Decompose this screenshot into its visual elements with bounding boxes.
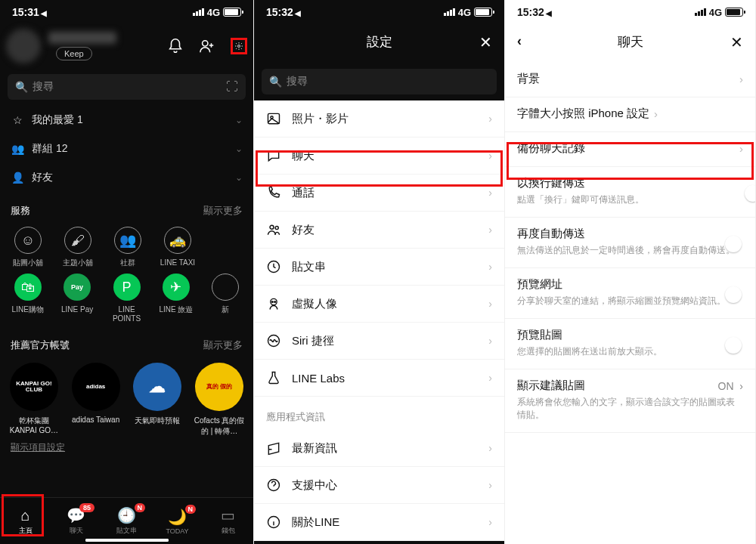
- accounts-header: 推薦官方帳號: [11, 338, 70, 352]
- svg-point-9: [274, 301, 276, 303]
- lab-icon: [266, 370, 281, 385]
- app-info-section: 應用程式資訊: [254, 397, 504, 430]
- status-bar: 15:32◀ 4G: [254, 0, 504, 21]
- list-item[interactable]: 👤好友⌄: [0, 163, 253, 192]
- svg-point-5: [275, 226, 278, 229]
- service-item[interactable]: 新: [203, 274, 249, 323]
- svg-point-8: [272, 301, 274, 303]
- tab-聊天[interactable]: 💬85聊天: [51, 498, 101, 544]
- settings-row-好友[interactable]: 好友›: [254, 212, 504, 249]
- search-icon: 🔍: [269, 76, 282, 88]
- scan-icon[interactable]: ⛶: [226, 80, 238, 94]
- screen-home: 15:31◀ 4G Keep: [0, 0, 254, 544]
- show-more-services[interactable]: 顯示更多: [203, 204, 243, 218]
- chat-setting-再度自動傳送[interactable]: 再度自動傳送無法傳送的訊息於一定時間過後，將會再度自動傳送。: [505, 218, 755, 268]
- bell-icon[interactable]: [167, 38, 184, 54]
- chat-setting-背景[interactable]: 背景›: [505, 63, 755, 97]
- show-more-accounts[interactable]: 顯示更多: [203, 338, 243, 352]
- service-item[interactable]: 👥社群: [104, 227, 151, 267]
- avatar-icon: [266, 296, 281, 311]
- chat-setting-預覽貼圖[interactable]: 預覽貼圖您選擇的貼圖將在送出前放大顯示。: [505, 319, 755, 369]
- settings-row-照片・影片[interactable]: 照片・影片›: [254, 100, 504, 138]
- info-icon: [266, 515, 281, 530]
- status-bar: 15:32◀ 4G: [505, 0, 755, 21]
- search-input[interactable]: 🔍 搜尋 ⛶: [8, 74, 246, 100]
- chat-setting-預覽網址[interactable]: 預覽網址分享於聊天室的連結，將顯示縮圖並預覽網站資訊。: [505, 268, 755, 319]
- battery-icon: [223, 8, 241, 17]
- settings-icon[interactable]: [231, 38, 247, 54]
- chat-setting-顯示建議貼圖[interactable]: 顯示建議貼圖ON ›系統將會依您輸入的文字，顯示適合該文字的貼圖或表情貼。: [505, 369, 755, 433]
- account-item[interactable]: KANPAI GO! CLUB乾杯集團 KANPAI GO…: [6, 363, 62, 437]
- svg-point-4: [270, 225, 274, 229]
- service-item[interactable]: ✈LINE 旅遊: [153, 274, 199, 323]
- highlight-backup-row: [507, 142, 754, 180]
- screen-chat-settings: 15:32◀ 4G ‹ 聊天 ✕ 背景›字體大小按照 iPhone 設定›備份聊…: [505, 0, 756, 544]
- signal-icon: [193, 8, 204, 16]
- service-item[interactable]: ☺貼圖小舖: [5, 227, 51, 267]
- keep-button[interactable]: Keep: [56, 47, 92, 60]
- tab-錢包[interactable]: ▭錢包: [203, 498, 253, 544]
- highlight-home-tab: [2, 494, 44, 536]
- avatar[interactable]: [6, 29, 41, 63]
- service-item[interactable]: 🖌主題小舖: [54, 227, 101, 267]
- account-item[interactable]: adidasadidas Taiwan: [68, 363, 124, 437]
- highlight-chat-row: [256, 150, 503, 187]
- screen-settings: 15:32◀ 4G 設定 ✕ 🔍 搜尋 照片・影片›聊天›通話›好友›貼文串›虛…: [254, 0, 505, 544]
- friends-icon: [266, 222, 281, 237]
- settings-row-關於LINE[interactable]: 關於LINE›: [254, 504, 504, 541]
- settings-row-虛擬人像[interactable]: 虛擬人像›: [254, 286, 504, 323]
- service-item[interactable]: 🚕LINE TAXI: [154, 227, 201, 267]
- chat-setting-字體大小[interactable]: 字體大小按照 iPhone 設定›: [505, 97, 755, 132]
- tab-TODAY[interactable]: 🌙NTODAY: [152, 498, 203, 544]
- clock-icon: [266, 259, 281, 274]
- list-item[interactable]: ☆我的最愛 1⌄: [0, 106, 253, 134]
- siri-icon: [266, 333, 281, 348]
- display-settings-link[interactable]: 顯示項目設定: [0, 438, 253, 457]
- add-friend-icon[interactable]: [199, 38, 215, 54]
- username: [48, 32, 116, 44]
- close-icon[interactable]: ✕: [479, 33, 492, 51]
- svg-point-0: [203, 41, 208, 46]
- bell-icon: [266, 440, 281, 456]
- settings-row-支援中心[interactable]: 支援中心›: [254, 467, 504, 504]
- status-bar: 15:31◀ 4G: [0, 0, 253, 21]
- settings-row-Siri 捷徑[interactable]: Siri 捷徑›: [254, 323, 504, 360]
- chat-settings-title: 聊天: [618, 35, 643, 49]
- close-icon[interactable]: ✕: [730, 33, 743, 51]
- settings-row-最新資訊[interactable]: 最新資訊›: [254, 430, 504, 467]
- service-item[interactable]: PLINE POINTS: [104, 274, 150, 323]
- search-icon: 🔍: [15, 81, 28, 93]
- service-item[interactable]: 🛍LINE購物: [5, 274, 51, 323]
- account-item[interactable]: ☁天氣即時預報: [130, 363, 186, 437]
- settings-row-貼文串[interactable]: 貼文串›: [254, 249, 504, 286]
- help-icon: [266, 478, 281, 493]
- account-item[interactable]: 真的 假的Cofacts 真的假的 | 轉傳…: [191, 363, 247, 437]
- service-item[interactable]: PayLINE Pay: [54, 274, 100, 323]
- phone-icon: [266, 185, 281, 200]
- settings-title: 設定: [367, 35, 392, 49]
- list-item[interactable]: 👥群組 12⌄: [0, 134, 253, 163]
- services-header: 服務: [11, 204, 30, 218]
- settings-row-LINE Labs[interactable]: LINE Labs›: [254, 360, 504, 397]
- back-icon[interactable]: ‹: [517, 33, 522, 49]
- home-header: Keep: [0, 21, 253, 68]
- search-input[interactable]: 🔍 搜尋: [262, 69, 497, 94]
- tab-貼文串[interactable]: 🕘N貼文串: [101, 498, 152, 544]
- svg-point-1: [238, 45, 240, 48]
- image-icon: [266, 111, 281, 126]
